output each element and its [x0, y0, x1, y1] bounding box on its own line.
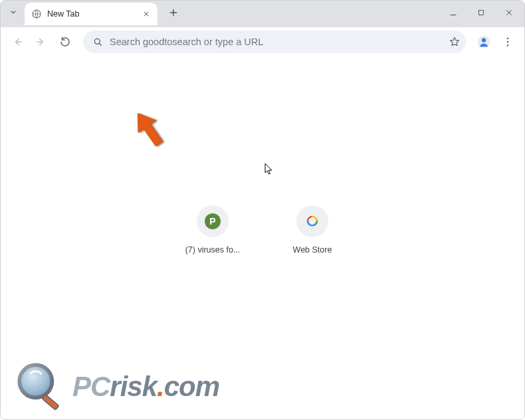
tab-search-button[interactable]	[5, 3, 22, 21]
minimize-icon	[449, 8, 458, 17]
cursor-icon	[264, 163, 275, 176]
web-store-icon	[305, 214, 320, 229]
shortcut-row: P (7) viruses fo... Web Store	[183, 205, 342, 255]
search-icon	[92, 37, 103, 47]
svg-point-4	[482, 38, 486, 42]
browser-window: New Tab	[0, 0, 525, 420]
forward-button[interactable]	[31, 32, 51, 52]
window-controls	[442, 3, 520, 22]
tab-title: New Tab	[47, 9, 135, 19]
bookmark-star-icon[interactable]	[449, 36, 461, 48]
shortcut-label: Web Store	[282, 245, 342, 255]
globe-icon	[31, 9, 42, 19]
svg-rect-13	[43, 395, 58, 409]
forward-arrow-icon	[35, 36, 47, 48]
tab-new-tab[interactable]: New Tab	[25, 3, 158, 25]
close-window-button[interactable]	[498, 3, 520, 22]
watermark-text: PCrisk.com	[72, 371, 219, 403]
svg-point-7	[507, 45, 509, 47]
close-icon	[142, 10, 150, 18]
omnibox[interactable]	[83, 31, 466, 53]
reload-button[interactable]	[55, 32, 75, 52]
kebab-menu-icon	[502, 36, 514, 48]
shortcut-web-store[interactable]: Web Store	[282, 205, 342, 255]
back-button[interactable]	[7, 32, 27, 52]
svg-text:P: P	[209, 216, 215, 227]
shortcut-badge-icon: P	[203, 212, 222, 231]
magnifier-icon	[14, 360, 68, 414]
svg-point-5	[507, 37, 509, 39]
shortcut-circle: P	[197, 205, 229, 237]
tabstrip: New Tab	[1, 1, 183, 27]
profile-avatar-icon	[476, 35, 491, 49]
chevron-down-icon	[9, 7, 18, 17]
watermark: PCrisk.com	[14, 360, 219, 414]
minimize-button[interactable]	[442, 3, 465, 22]
new-tab-button[interactable]	[164, 3, 183, 22]
svg-point-6	[507, 41, 509, 43]
annotation-arrow-icon	[130, 107, 169, 154]
titlebar: New Tab	[1, 1, 524, 27]
maximize-icon	[477, 9, 485, 17]
reload-icon	[59, 36, 71, 48]
back-arrow-icon	[11, 36, 23, 48]
address-input[interactable]	[110, 37, 442, 47]
svg-point-2	[94, 39, 100, 44]
plus-icon	[168, 7, 179, 18]
toolbar	[1, 27, 524, 56]
maximize-button[interactable]	[470, 3, 492, 22]
shortcut-label: (7) viruses fo...	[183, 245, 243, 255]
page-content: P (7) viruses fo... Web Store	[1, 56, 524, 420]
svg-rect-1	[479, 11, 484, 15]
shortcut-circle	[296, 205, 328, 237]
shortcut-viruses[interactable]: P (7) viruses fo...	[183, 205, 243, 255]
tab-close-button[interactable]	[140, 8, 152, 20]
menu-button[interactable]	[498, 32, 518, 52]
close-icon	[504, 8, 514, 17]
profile-button[interactable]	[474, 32, 494, 52]
